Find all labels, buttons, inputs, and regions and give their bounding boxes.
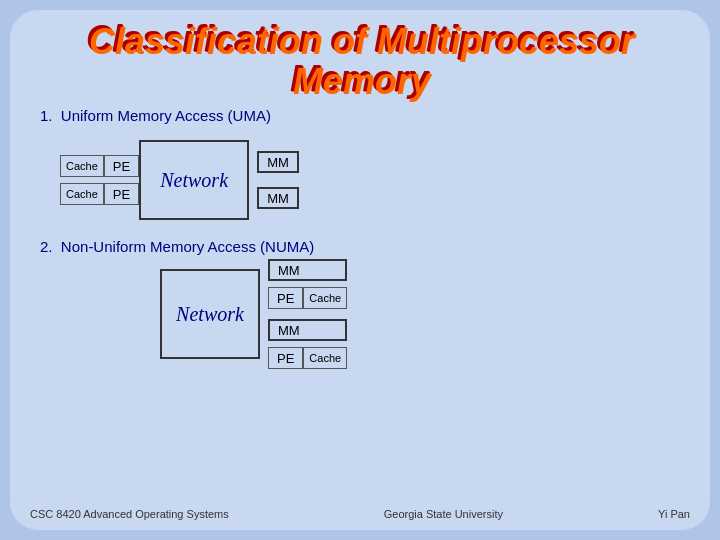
uma-pe-row-1: Cache PE	[60, 155, 139, 177]
uma-pe-2: PE	[104, 183, 139, 205]
content-area: 1. Uniform Memory Access (UMA) Cache PE …	[30, 107, 690, 369]
slide-title: Classification of Multiprocessor Memory	[30, 20, 690, 99]
numa-mm-2: MM	[268, 319, 347, 341]
uma-mm-1: MM	[257, 151, 299, 173]
uma-section: 1. Uniform Memory Access (UMA) Cache PE …	[40, 107, 680, 230]
numa-cache-1: Cache	[303, 287, 347, 309]
footer-right: Yi Pan	[658, 508, 690, 520]
numa-section: 2. Non-Uniform Memory Access (NUMA) Netw…	[40, 238, 680, 369]
numa-pe-2: PE	[268, 347, 303, 369]
numa-right-group: MM PE Cache MM PE Cache	[268, 259, 347, 369]
numa-col-1: MM PE Cache	[268, 259, 347, 309]
uma-pe-group: Cache PE Cache PE	[60, 155, 139, 205]
slide: Classification of Multiprocessor Memory …	[10, 10, 710, 530]
numa-col-2: MM PE Cache	[268, 319, 347, 369]
uma-mm-2: MM	[257, 187, 299, 209]
uma-network-label: Network	[160, 169, 228, 192]
uma-mm-group: MM MM	[257, 151, 299, 209]
uma-network-box: Network	[139, 140, 249, 220]
numa-pe-cache-row-1: PE Cache	[268, 287, 347, 309]
numa-pe-1: PE	[268, 287, 303, 309]
numa-pe-cache-row-2: PE Cache	[268, 347, 347, 369]
uma-cache-1: Cache	[60, 155, 104, 177]
numa-mm-1: MM	[268, 259, 347, 281]
numa-diagram: Network MM PE Cache MM	[160, 259, 680, 369]
numa-network-box: Network	[160, 269, 260, 359]
uma-pe-1: PE	[104, 155, 139, 177]
uma-diagram: Cache PE Cache PE Network MM MM	[60, 130, 680, 230]
uma-cache-2: Cache	[60, 183, 104, 205]
numa-cache-2: Cache	[303, 347, 347, 369]
numa-network-label: Network	[176, 303, 244, 326]
footer-center: Georgia State University	[384, 508, 503, 520]
footer-left: CSC 8420 Advanced Operating Systems	[30, 508, 229, 520]
footer: CSC 8420 Advanced Operating Systems Geor…	[30, 508, 690, 520]
uma-title: 1. Uniform Memory Access (UMA)	[40, 107, 680, 124]
uma-pe-row-2: Cache PE	[60, 183, 139, 205]
numa-title: 2. Non-Uniform Memory Access (NUMA)	[40, 238, 680, 255]
